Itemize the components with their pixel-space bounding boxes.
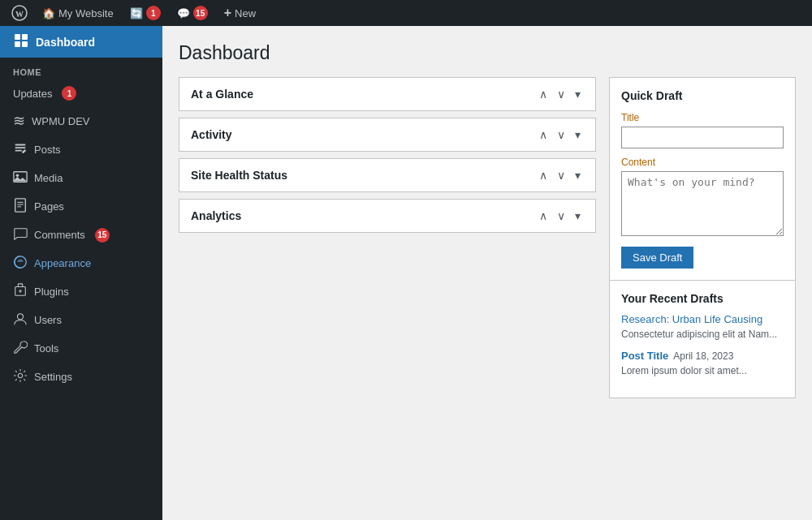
- draft-title-2[interactable]: Post Title: [621, 350, 668, 362]
- site-health-down-btn[interactable]: ∨: [554, 167, 568, 183]
- pages-icon: [13, 198, 28, 215]
- sidebar-item-wpmudev[interactable]: ≋ WPMU DEV: [0, 106, 162, 135]
- quick-draft-heading: Quick Draft: [621, 89, 784, 102]
- dashboard-label: Dashboard: [36, 36, 95, 49]
- recent-drafts: Your Recent Drafts Research: Urban Life …: [609, 281, 796, 398]
- activity-down-btn[interactable]: ∨: [554, 127, 568, 143]
- sidebar-item-appearance[interactable]: Appearance: [0, 249, 162, 277]
- sidebar-item-settings[interactable]: Settings: [0, 363, 162, 391]
- widget-site-health-title: Site Health Status: [191, 169, 287, 182]
- right-panel: Quick Draft Title Content Save Draft You…: [609, 77, 796, 398]
- posts-label: Posts: [34, 144, 61, 156]
- analytics-dropdown-btn[interactable]: ▾: [572, 208, 584, 224]
- sidebar-item-tools[interactable]: Tools: [0, 334, 162, 363]
- collapse-down-btn[interactable]: ∨: [554, 86, 568, 102]
- widget-site-health-controls: ∧ ∨ ▾: [536, 167, 584, 183]
- analytics-down-btn[interactable]: ∨: [554, 208, 568, 224]
- wpmudev-icon: ≋: [13, 112, 25, 130]
- admin-bar-comments[interactable]: 💬 15: [171, 0, 214, 26]
- sidebar-item-media[interactable]: Media: [0, 164, 162, 192]
- sidebar: Dashboard Home Updates 1 ≋ WPMU DEV Post…: [0, 26, 162, 520]
- svg-rect-4: [15, 41, 20, 47]
- analytics-up-btn[interactable]: ∧: [536, 208, 551, 224]
- sidebar-item-updates[interactable]: Updates 1: [0, 80, 162, 106]
- widget-analytics-controls: ∧ ∨ ▾: [536, 208, 584, 224]
- svg-rect-2: [15, 34, 20, 40]
- comments-sidebar-badge: 15: [95, 228, 110, 243]
- sidebar-item-comments[interactable]: Comments 15: [0, 221, 162, 249]
- admin-bar-my-website[interactable]: 🏠 My Website: [36, 0, 120, 26]
- dashboard-content: At a Glance ∧ ∨ ▾ Activity ∧: [179, 77, 796, 398]
- activity-up-btn[interactable]: ∧: [536, 127, 551, 143]
- admin-bar-updates[interactable]: 🔄 1: [123, 0, 167, 26]
- widget-at-a-glance-header[interactable]: At a Glance ∧ ∨ ▾: [179, 78, 595, 110]
- widget-activity: Activity ∧ ∨ ▾: [179, 118, 596, 152]
- widget-site-health-header[interactable]: Site Health Status ∧ ∨ ▾: [179, 159, 595, 191]
- sidebar-item-users[interactable]: Users: [0, 306, 162, 334]
- svg-rect-5: [22, 41, 28, 47]
- plugins-icon: [13, 283, 28, 300]
- my-website-label: My Website: [58, 7, 114, 19]
- widget-at-a-glance-controls: ∧ ∨ ▾: [536, 86, 584, 102]
- activity-dropdown-btn[interactable]: ▾: [572, 127, 584, 143]
- users-icon: [13, 312, 28, 329]
- draft-2-row: Post Title April 18, 2023: [621, 350, 784, 362]
- widget-analytics-title: Analytics: [191, 209, 241, 222]
- admin-bar: W 🏠 My Website 🔄 1 💬 15 + New: [0, 0, 812, 26]
- svg-text:W: W: [15, 10, 24, 19]
- users-label: Users: [34, 314, 62, 326]
- widgets-column: At a Glance ∧ ∨ ▾ Activity ∧: [179, 77, 609, 398]
- svg-rect-3: [22, 34, 28, 40]
- admin-bar-new[interactable]: + New: [218, 0, 262, 26]
- settings-icon: [13, 368, 28, 385]
- comments-icon: 💬: [177, 7, 190, 19]
- plus-icon: +: [224, 6, 231, 20]
- widget-analytics-header[interactable]: Analytics ∧ ∨ ▾: [179, 200, 595, 232]
- widget-activity-header[interactable]: Activity ∧ ∨ ▾: [179, 118, 595, 151]
- svg-rect-13: [18, 284, 22, 287]
- comments-badge: 15: [193, 6, 208, 20]
- draft-date-2: April 18, 2023: [673, 350, 733, 362]
- widget-site-health: Site Health Status ∧ ∨ ▾: [179, 158, 596, 192]
- sidebar-item-posts[interactable]: Posts: [0, 135, 162, 164]
- comments-sidebar-icon: [13, 226, 28, 243]
- updates-label: Updates: [13, 88, 52, 100]
- sidebar-heading-home: Home: [0, 58, 162, 80]
- sidebar-item-dashboard[interactable]: Dashboard: [0, 26, 162, 58]
- svg-point-7: [16, 174, 19, 177]
- quick-draft: Quick Draft Title Content Save Draft: [609, 77, 796, 281]
- dropdown-btn[interactable]: ▾: [572, 86, 584, 102]
- wpmudev-label: WPMU DEV: [32, 115, 90, 127]
- draft-excerpt-2: Lorem ipsum dolor sit amet...: [621, 364, 784, 378]
- widget-at-a-glance: At a Glance ∧ ∨ ▾: [179, 77, 596, 111]
- sidebar-item-pages[interactable]: Pages: [0, 192, 162, 221]
- widget-activity-title: Activity: [191, 128, 232, 141]
- media-icon: [13, 170, 28, 187]
- recent-drafts-heading: Your Recent Drafts: [621, 292, 784, 305]
- content-textarea[interactable]: [621, 171, 784, 236]
- updates-icon: 🔄: [130, 7, 143, 19]
- title-label: Title: [621, 112, 784, 123]
- draft-excerpt-1: Consectetur adipiscing elit at Nam...: [621, 328, 784, 342]
- svg-point-17: [17, 314, 23, 320]
- title-input[interactable]: [621, 127, 784, 148]
- sidebar-item-plugins[interactable]: Plugins: [0, 277, 162, 306]
- widget-analytics: Analytics ∧ ∨ ▾: [179, 199, 596, 233]
- tools-icon: [13, 340, 28, 357]
- content-area: Dashboard At a Glance ∧ ∨ ▾: [162, 26, 812, 520]
- settings-label: Settings: [34, 371, 72, 383]
- svg-point-18: [18, 373, 22, 377]
- comments-label: Comments: [34, 229, 85, 241]
- site-health-dropdown-btn[interactable]: ▾: [572, 167, 584, 183]
- pages-label: Pages: [34, 200, 64, 213]
- draft-link-1[interactable]: Research: Urban Life Causing: [621, 313, 784, 325]
- dashboard-icon: [13, 32, 29, 51]
- svg-rect-8: [15, 199, 26, 212]
- posts-icon: [13, 141, 28, 158]
- media-label: Media: [34, 172, 63, 184]
- appearance-icon: [13, 255, 28, 272]
- site-health-up-btn[interactable]: ∧: [536, 167, 551, 183]
- save-draft-button[interactable]: Save Draft: [621, 247, 693, 269]
- wp-logo[interactable]: W: [6, 0, 32, 26]
- collapse-up-btn[interactable]: ∧: [536, 86, 551, 102]
